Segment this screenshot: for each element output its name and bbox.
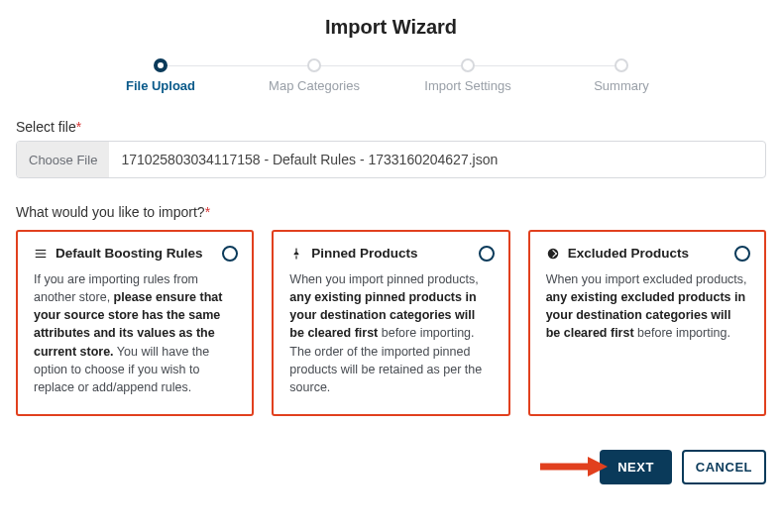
annotation-arrow-icon	[538, 455, 608, 479]
excluded-icon	[546, 247, 560, 261]
card-excluded-products[interactable]: Excluded Products When you import exclud…	[528, 230, 766, 416]
step-connector	[314, 65, 468, 66]
cancel-button[interactable]: CANCEL	[682, 450, 766, 484]
step-label: Map Categories	[269, 78, 360, 93]
radio-icon[interactable]	[479, 246, 495, 262]
step-circle-icon	[461, 58, 475, 72]
wizard-title: Import Wizard	[16, 16, 766, 39]
required-marker: *	[205, 204, 210, 220]
step-circle-icon	[154, 58, 168, 72]
step-circle-icon	[614, 58, 628, 72]
card-header: Excluded Products	[546, 246, 748, 261]
card-default-boosting-rules[interactable]: Default Boosting Rules If you are import…	[16, 230, 254, 416]
step-file-upload[interactable]: File Upload	[84, 58, 238, 93]
svg-rect-0	[36, 249, 47, 250]
footer: NEXT CANCEL	[16, 450, 766, 484]
radio-icon[interactable]	[734, 246, 750, 262]
step-label: Import Settings	[424, 78, 510, 93]
card-title: Pinned Products	[311, 246, 417, 261]
file-input-row: Choose File 171025803034117158 - Default…	[16, 141, 766, 178]
step-map-categories[interactable]: Map Categories	[238, 58, 391, 93]
step-connector	[468, 65, 621, 66]
card-body: When you import pinned products, any exi…	[289, 270, 492, 396]
step-label: Summary	[594, 78, 649, 93]
card-header: Default Boosting Rules	[34, 246, 236, 261]
step-import-settings[interactable]: Import Settings	[391, 58, 545, 93]
card-body: If you are importing rules from another …	[34, 270, 236, 396]
select-file-label: Select file*	[16, 119, 766, 135]
next-button[interactable]: NEXT	[600, 450, 672, 484]
import-option-cards: Default Boosting Rules If you are import…	[16, 230, 766, 416]
stepper: File Upload Map Categories Import Settin…	[84, 58, 699, 93]
step-summary[interactable]: Summary	[545, 58, 699, 93]
card-title: Default Boosting Rules	[56, 246, 203, 261]
step-circle-icon	[307, 58, 321, 72]
required-marker: *	[76, 119, 81, 135]
choose-file-button[interactable]: Choose File	[17, 142, 109, 177]
svg-rect-1	[36, 253, 47, 254]
card-title: Excluded Products	[568, 246, 689, 261]
card-header: Pinned Products	[289, 246, 492, 261]
step-connector	[161, 65, 314, 66]
import-prompt-label: What would you like to import?*	[16, 204, 766, 220]
card-body: When you import excluded products, any e…	[546, 270, 748, 343]
step-label: File Upload	[126, 78, 195, 93]
pin-icon	[289, 247, 303, 261]
card-pinned-products[interactable]: Pinned Products When you import pinned p…	[272, 230, 509, 416]
selected-filename: 171025803034117158 - Default Rules - 173…	[109, 142, 765, 177]
list-icon	[34, 247, 48, 261]
svg-rect-2	[36, 256, 47, 257]
